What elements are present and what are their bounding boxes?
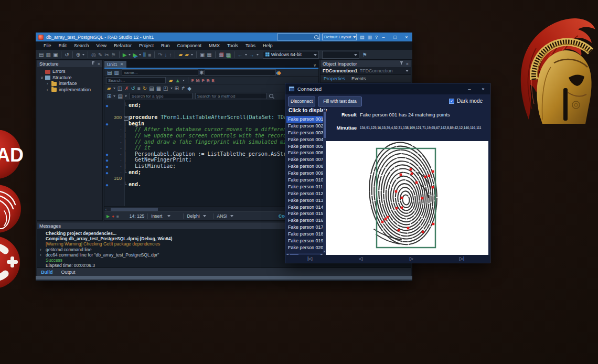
save-icon[interactable] [200, 50, 205, 59]
menu-item[interactable]: Tools [223, 43, 242, 48]
message-line[interactable]: › Elapsed time: 00:00:06.3 [37, 263, 411, 268]
structure-tree-item[interactable]: Structure [37, 75, 102, 81]
table2-icon[interactable] [226, 50, 230, 59]
pause-icon[interactable] [143, 50, 146, 59]
object-inspector-tab[interactable]: Events [351, 76, 366, 81]
grid2-icon[interactable] [107, 92, 111, 101]
dropdown-arrow-icon[interactable] [257, 54, 259, 56]
person-list-item[interactable]: Fake person 012 [286, 190, 323, 197]
person-list-item[interactable]: Fake person 006 [286, 149, 323, 156]
save-all-icon[interactable] [207, 50, 211, 59]
person-list-item[interactable]: Fake person 015 [286, 210, 323, 217]
searchlens-icon[interactable] [91, 50, 96, 59]
editor-tab-unit1[interactable]: Unit1 ✕ [104, 61, 126, 68]
dropdown-arrow-icon[interactable] [139, 54, 141, 56]
ide-maximize-button[interactable]: □ [389, 35, 401, 40]
dropdown-arrow-icon[interactable] [113, 95, 115, 97]
dropdown-arrow-icon[interactable] [183, 80, 185, 81]
menu-item[interactable]: Help [259, 43, 276, 48]
doc1-icon[interactable] [107, 68, 112, 77]
run-icon[interactable] [123, 50, 127, 59]
apply-layout-icon[interactable]: ▥ [367, 35, 372, 40]
folder-open-icon[interactable] [185, 50, 189, 59]
person-list-item[interactable]: Fake person 013 [286, 197, 323, 204]
target-select[interactable] [322, 51, 359, 59]
person-list-item[interactable]: Fake person 020 [286, 244, 323, 251]
menu-item[interactable]: Run [157, 43, 174, 48]
person-list-item[interactable]: Fake person 004 [286, 136, 323, 143]
undo2-icon[interactable] [131, 84, 135, 93]
person-list-item[interactable]: Fake person 011 [286, 184, 323, 190]
structure-tree-item[interactable]: implementation [37, 87, 102, 93]
cut-icon[interactable] [104, 50, 109, 59]
form-name-combo[interactable] [122, 69, 198, 76]
refresh-icon[interactable] [143, 84, 147, 93]
structure-tree-item[interactable]: Errors [37, 69, 102, 75]
tab-overflow-icon[interactable]: ∨ [313, 63, 318, 68]
messages-tab[interactable]: Build [41, 270, 53, 275]
macro-stop-icon[interactable]: ■ [116, 214, 119, 219]
app-close-button[interactable]: × [476, 86, 490, 92]
app-minimize-button[interactable]: – [463, 86, 476, 92]
chevron-down-icon[interactable] [167, 215, 170, 217]
structure-panel-header[interactable]: Structure × [37, 60, 102, 67]
encoding-select[interactable]: ANSI [217, 213, 228, 219]
dropdown-arrow-icon[interactable] [82, 54, 84, 56]
person-list-item[interactable]: Fake person 010 [286, 177, 323, 184]
mark-icon[interactable] [187, 84, 191, 93]
platform-select[interactable]: Windows 64-bit [263, 51, 319, 59]
menu-item[interactable]: File [40, 43, 55, 48]
scrollbar-thumb[interactable] [111, 208, 158, 211]
pin-icon[interactable] [91, 61, 95, 66]
back-icon[interactable] [238, 50, 243, 59]
person-list-item[interactable]: Fake person 016 [286, 217, 323, 224]
globe-icon[interactable] [76, 50, 80, 59]
eraser-icon[interactable] [277, 68, 281, 77]
person-list-item[interactable]: Fake person 005 [286, 143, 323, 150]
ide-titlebar-search[interactable] [277, 34, 320, 40]
expand-caret-icon[interactable]: › [40, 252, 41, 258]
fill-with-test-data-button[interactable]: Fill with test data [318, 97, 362, 106]
close-icon[interactable]: × [406, 61, 409, 67]
tree-expander-icon[interactable] [47, 81, 51, 87]
pen-icon[interactable] [98, 50, 102, 59]
person-list-item[interactable]: Fake person 019 [286, 238, 323, 244]
refE-icon[interactable] [211, 76, 214, 85]
grid-icon[interactable] [156, 84, 161, 93]
tree-expander-icon[interactable] [47, 87, 51, 93]
step-over-icon[interactable] [158, 50, 162, 59]
menu-item[interactable]: Search [70, 43, 93, 48]
clip-icon[interactable] [175, 84, 179, 93]
layout-select[interactable]: Default Layout [322, 34, 357, 40]
ide-titlebar[interactable]: db_array_test_PostgreSQL - RAD Studio 12… [36, 33, 412, 41]
menu-item[interactable]: Project [135, 43, 157, 48]
menu-item[interactable]: Refactor [110, 43, 135, 48]
dark-mode-toggle[interactable]: Dark mode [449, 98, 483, 104]
menu-item[interactable]: MMX [205, 43, 223, 48]
menu-item[interactable]: Component [173, 43, 205, 48]
component-selector[interactable]: FDConnection1 TFDConnection [321, 67, 411, 75]
pin-icon[interactable] [400, 61, 403, 66]
menu-item[interactable]: View [93, 43, 110, 48]
stop-icon[interactable] [148, 50, 151, 59]
macro-record-icon[interactable]: ● [112, 214, 114, 219]
nav-first-button[interactable]: |◁ [307, 256, 312, 262]
doc2-icon[interactable] [114, 68, 119, 77]
tree-icon[interactable] [137, 84, 141, 93]
dark-mode-checkbox[interactable] [449, 99, 454, 104]
nav-prior-button[interactable]: ◁ [359, 256, 362, 262]
flag-icon[interactable] [111, 50, 116, 59]
refP-icon[interactable] [201, 76, 204, 85]
disconnect-button[interactable]: Disconnect [288, 97, 315, 106]
menu-item[interactable]: Edit [55, 43, 71, 48]
dropdown-arrow-icon[interactable] [113, 88, 115, 89]
structure-tree-item[interactable]: interface [37, 81, 102, 87]
language-select[interactable]: Delphi [187, 213, 199, 219]
paste-icon[interactable] [39, 50, 44, 59]
undo-icon[interactable] [65, 50, 69, 59]
step-into-icon[interactable] [164, 50, 167, 59]
secondary-combo[interactable] [205, 69, 276, 76]
refR-icon[interactable] [207, 76, 210, 85]
print-icon[interactable] [118, 92, 122, 101]
object-inspector-tab[interactable]: Properties [324, 76, 345, 81]
